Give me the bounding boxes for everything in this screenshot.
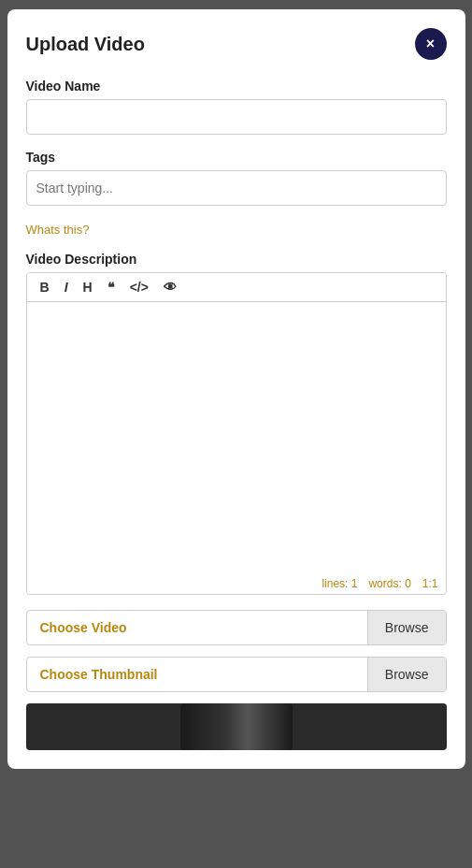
description-section: Video Description B I H ❝ </> 👁 lines: 1… [26,252,447,595]
video-name-label: Video Name [26,79,447,94]
words-count: words: 0 [368,577,410,590]
cursor-position: 1:1 [422,577,438,590]
modal-title: Upload Video [26,34,145,55]
preview-button[interactable]: 👁 [160,279,180,296]
choose-thumbnail-row: Choose Thumbnail Browse [26,657,447,692]
tags-label: Tags [26,150,447,165]
upload-video-modal: Upload Video × Video Name Tags Whats thi… [7,9,465,769]
editor-toolbar: B I H ❝ </> 👁 [27,273,446,302]
whats-this-link[interactable]: Whats this? [26,223,90,237]
close-button[interactable]: × [415,28,447,60]
description-text-area[interactable] [27,302,446,573]
italic-button[interactable]: I [61,279,72,296]
choose-video-browse-button[interactable]: Browse [367,611,446,644]
editor-footer: lines: 1 words: 0 1:1 [27,573,446,594]
bold-button[interactable]: B [36,279,53,296]
description-editor: B I H ❝ </> 👁 lines: 1 words: 0 1:1 [26,272,447,595]
lines-count: lines: 1 [322,577,357,590]
modal-header: Upload Video × [26,28,447,60]
video-name-section: Video Name [26,79,447,135]
code-button[interactable]: </> [126,279,152,296]
choose-thumbnail-browse-button[interactable]: Browse [367,658,446,691]
description-label: Video Description [26,252,447,267]
choose-video-label: Choose Video [27,611,367,644]
tags-input[interactable] [26,170,447,206]
modal-overlay: Upload Video × Video Name Tags Whats thi… [0,0,472,868]
choose-thumbnail-label: Choose Thumbnail [27,658,367,691]
video-name-input[interactable] [26,99,447,135]
choose-video-row: Choose Video Browse [26,610,447,645]
quote-button[interactable]: ❝ [104,279,119,296]
preview-thumbnail [180,703,293,750]
tags-section: Tags [26,150,447,206]
heading-button[interactable]: H [79,279,96,296]
bottom-preview-bar [26,703,447,750]
